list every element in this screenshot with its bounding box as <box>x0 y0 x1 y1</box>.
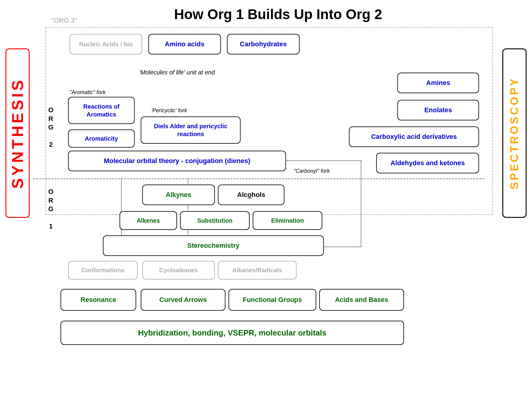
main-container: How Org 1 Builds Up Into Org 2 "ORG 3" S… <box>0 0 532 406</box>
synthesis-text: SYNTHESIS <box>8 78 27 189</box>
molecules-label: 'Molecules of life' unit at end <box>139 69 215 76</box>
org2-label: ORG2 <box>42 106 60 149</box>
fork-aromatic: "Aromatic" fork <box>70 89 106 96</box>
box-hybridization: Hybridization, bonding, VSEPR, molecular… <box>61 321 404 345</box>
box-elimination: Elimination <box>253 211 322 230</box>
box-substitution: Substitution <box>180 211 250 230</box>
box-functional-groups: Functional Groups <box>228 289 316 311</box>
synthesis-label: SYNTHESIS <box>5 48 30 218</box>
box-aldehydes: Aldehydes and ketones <box>376 153 479 173</box>
org3-label: "ORG 3" <box>51 17 77 25</box>
box-carbohydrates: Carbohydrates <box>227 34 300 54</box>
box-diels-alder: Diels Alder and pericyclic reactions <box>141 116 241 144</box>
box-amines: Amines <box>397 73 479 93</box>
box-alkenes: Alkenes <box>120 211 177 230</box>
dotted-h-top <box>287 160 361 161</box>
box-alkynes: Alkynes <box>142 185 215 205</box>
org-divider <box>33 178 484 179</box>
box-enolates: Enolates <box>397 100 479 120</box>
dotted-v-right <box>361 160 361 247</box>
box-stereochemistry: Stereochemistry <box>103 235 324 256</box>
box-nucleic-acids: Nucleic Acids / bio <box>70 34 142 54</box>
box-curved-arrows: Curved Arrows <box>141 289 225 311</box>
fork-carbonyl: "Carbonyl" fork <box>294 168 330 174</box>
box-cycloalkanes: Cycloalkanes <box>142 261 215 280</box>
box-conformations: Conformations <box>68 261 138 280</box>
box-amino-acids: Amino acids <box>148 34 221 54</box>
fork-pericyclic: 'Pericyclic' fork <box>151 107 187 114</box>
spectroscopy-label: SPECTROSCOPY <box>502 48 527 218</box>
box-reactions-aromatics: Reactions of Aromatics <box>68 97 135 124</box>
spectroscopy-text: SPECTROSCOPY <box>508 77 521 189</box>
box-mol-orbital: Molecular orbital theory - conjugation (… <box>68 151 286 171</box>
box-alcohols: Alcohols <box>218 185 284 205</box>
box-resonance: Resonance <box>61 289 136 311</box>
box-carboxylic: Carboxylic acid derivatives <box>349 126 479 147</box>
org1-label: ORG1 <box>42 188 60 231</box>
box-aromaticity: Aromaticity <box>68 129 135 148</box>
page-title: How Org 1 Builds Up Into Org 2 <box>30 6 526 22</box>
box-acids-bases: Acids and Bases <box>319 289 404 311</box>
box-alkanes-radicals: Alkanes/Radicals <box>218 261 297 280</box>
